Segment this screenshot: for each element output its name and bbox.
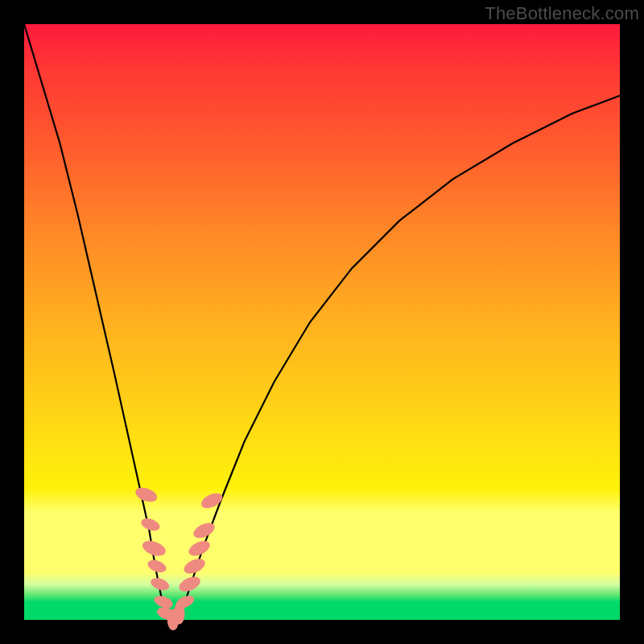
cluster-right-d xyxy=(187,538,213,559)
plot-area xyxy=(24,24,620,620)
marker-group xyxy=(134,485,225,630)
curve-layer xyxy=(24,24,620,620)
outer-frame: TheBottleneck.com xyxy=(0,0,644,644)
cluster-right-upper xyxy=(199,490,225,511)
bottleneck-curve xyxy=(24,24,620,620)
cluster-left-a xyxy=(139,516,161,533)
cluster-left-upper xyxy=(134,485,159,504)
cluster-right-b xyxy=(177,574,203,595)
watermark-text: TheBottleneck.com xyxy=(485,3,639,24)
